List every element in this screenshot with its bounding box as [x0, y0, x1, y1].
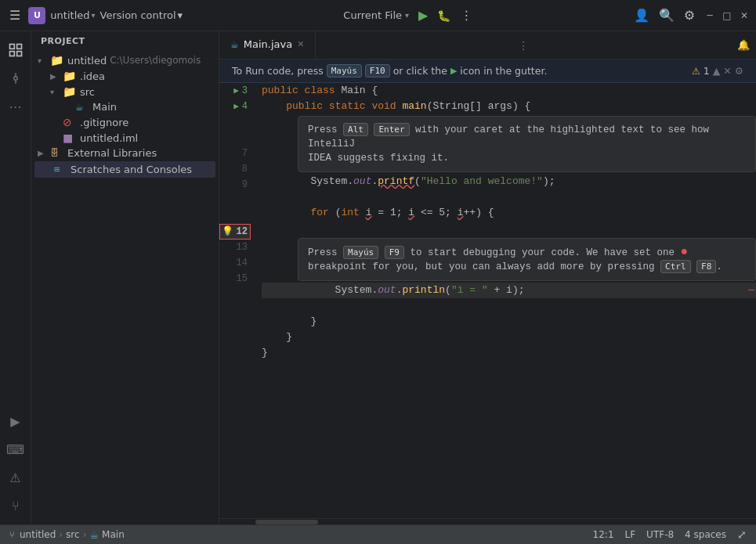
- tree-item-ext-libs[interactable]: ▶ 🗄 External Libraries: [31, 146, 219, 160]
- banner-right: ⚠ 1 ▲ ✕ ⚙: [692, 65, 743, 77]
- activity-more[interactable]: ⋯: [3, 94, 28, 119]
- tree-label-ext-libs: External Libraries: [67, 147, 157, 159]
- current-file-chevron-icon: ▾: [405, 11, 409, 20]
- vcs-icon[interactable]: ⑂: [9, 530, 15, 540]
- svg-point-4: [13, 77, 17, 81]
- banner-close-icon[interactable]: ✕: [723, 65, 731, 77]
- tree-item-idea[interactable]: ▶ 📁 .idea: [31, 68, 219, 84]
- code-editor[interactable]: ▶ 3 ▶ 4 7 8 9 💡 12 13: [219, 83, 756, 518]
- banner-text-2: or click the: [393, 65, 447, 77]
- window-controls: ─ □ ✕: [704, 10, 750, 21]
- status-bar: ⑂ untitled › src › ☕ Main 12:1 LF UTF-8 …: [0, 524, 756, 544]
- main-layout: ⋯ ▶ ⌨ ⚠ ⑂ Project ▾ 📁 untitled C:\Users\…: [0, 31, 756, 524]
- maximize-button[interactable]: □: [722, 10, 732, 21]
- activity-run[interactable]: ▶: [3, 409, 28, 434]
- tab-main-java[interactable]: ☕ Main.java ✕: [219, 31, 316, 59]
- banner-run-arrow-icon: ▶: [450, 66, 457, 76]
- activity-terminal[interactable]: ⌨: [3, 437, 28, 462]
- minus-decoration: —: [748, 283, 756, 298]
- tree-item-scratches[interactable]: ▶ ≡ Scratches and Consoles: [34, 161, 215, 178]
- gutter-line-5: [219, 114, 251, 130]
- gutter-line-6: [219, 130, 251, 146]
- expand-icon[interactable]: ⤢: [737, 528, 747, 541]
- file-tree: ▾ 📁 untitled C:\Users\diegomois ▶ 📁 .ide…: [31, 51, 219, 180]
- code-line-14: }: [262, 314, 756, 330]
- code-line-15: }: [262, 330, 756, 345]
- gutter: ▶ 3 ▶ 4 7 8 9 💡 12 13: [219, 83, 255, 518]
- tree-path-untitled: C:\Users\diegomois: [110, 55, 201, 66]
- scratches-icon: ≡: [53, 164, 67, 175]
- minimize-button[interactable]: ─: [704, 10, 715, 21]
- tree-label-untitled: untitled: [67, 55, 107, 67]
- run-icon-line4[interactable]: ▶: [233, 99, 239, 114]
- version-control-label: Version control: [100, 9, 176, 21]
- tree-label-src: src: [80, 86, 95, 98]
- tree-item-untitled-root[interactable]: ▾ 📁 untitled C:\Users\diegomois: [31, 52, 219, 68]
- tree-item-gitignore[interactable]: ▶ ⊘ .gitignore: [31, 114, 219, 130]
- gutter-line-4: ▶ 4: [219, 99, 251, 114]
- sidebar: Project ▾ 📁 untitled C:\Users\diegomois …: [31, 31, 219, 524]
- lightbulb-icon[interactable]: 💡: [222, 224, 233, 240]
- activity-git[interactable]: ⑂: [3, 493, 28, 518]
- banner-expand-icon[interactable]: ▲: [713, 65, 721, 77]
- activity-explorer[interactable]: [3, 38, 28, 63]
- status-indent[interactable]: 4 spaces: [685, 529, 726, 540]
- version-control-btn[interactable]: Version control ▾: [100, 9, 183, 21]
- tooltip1-alt-kbd: Alt: [343, 123, 368, 136]
- title-bar: ☰ U untitled ▾ Version control ▾ Current…: [0, 0, 756, 31]
- gitignore-icon: ⊘: [63, 116, 77, 128]
- status-line-ending[interactable]: LF: [625, 529, 636, 540]
- svg-rect-1: [16, 45, 21, 49]
- gutter-line-8: 8: [219, 161, 251, 177]
- tree-item-src[interactable]: ▾ 📁 src: [31, 84, 219, 99]
- tree-label-iml: untitled.iml: [80, 132, 138, 144]
- tree-item-main[interactable]: ▶ ☕ Main: [31, 99, 219, 114]
- run-icon-line3[interactable]: ▶: [233, 83, 239, 99]
- tree-label-gitignore: .gitignore: [80, 117, 128, 128]
- tab-close-main-java[interactable]: ✕: [297, 39, 304, 49]
- code-content[interactable]: public class Main { public static void m…: [255, 83, 756, 518]
- tooltip2-f9-kbd: F9: [385, 246, 404, 259]
- activity-bar: ⋯ ▶ ⌨ ⚠ ⑂: [0, 31, 31, 524]
- folder-icon-src: 📁: [63, 85, 77, 98]
- code-line-9: for (int i = 1; i <= 5; i++) {: [262, 205, 756, 221]
- project-name-btn[interactable]: untitled ▾: [50, 9, 95, 21]
- close-button[interactable]: ✕: [739, 10, 750, 21]
- settings-gear-icon[interactable]: ⚙: [735, 65, 743, 77]
- horizontal-scrollbar[interactable]: [219, 518, 756, 524]
- editor-top-actions: 🔔: [737, 31, 756, 59]
- activity-problems[interactable]: ⚠: [3, 465, 28, 490]
- version-control-chevron-icon: ▾: [178, 9, 183, 21]
- status-encoding[interactable]: UTF-8: [646, 529, 674, 540]
- notifications-icon[interactable]: 🔔: [737, 39, 750, 51]
- title-center: Current File ▾ ▶ 🐛 ⋮: [189, 8, 628, 23]
- folder-icon-untitled: 📁: [50, 54, 64, 67]
- tree-label-main: Main: [92, 101, 117, 113]
- status-sep-1: ›: [59, 529, 63, 540]
- tooltip1-enter-kbd: Enter: [374, 123, 409, 136]
- activity-commit[interactable]: [3, 66, 28, 91]
- status-position[interactable]: 12:1: [593, 529, 614, 540]
- search-icon[interactable]: 🔍: [659, 8, 675, 23]
- settings-icon[interactable]: ⚙: [684, 8, 695, 23]
- status-main: Main: [102, 529, 125, 540]
- run-icon[interactable]: ▶: [418, 8, 428, 23]
- tree-item-iml[interactable]: ▶ ■ untitled.iml: [31, 130, 219, 146]
- gutter-line-7: 7: [219, 146, 251, 161]
- gutter-line-10: [219, 193, 251, 208]
- hamburger-icon[interactable]: ☰: [6, 5, 24, 26]
- tooltip2-f8-kbd: F8: [696, 260, 716, 273]
- user-icon[interactable]: 👤: [634, 8, 649, 23]
- warning-icon: ⚠: [692, 66, 700, 77]
- banner-text-1: To Run code, press: [232, 65, 324, 77]
- tree-label-idea: .idea: [80, 70, 105, 82]
- debug-icon[interactable]: 🐛: [437, 9, 450, 22]
- current-file-btn[interactable]: Current File ▾: [343, 9, 409, 21]
- tab-more-icon[interactable]: ⋮: [515, 36, 532, 55]
- svg-rect-2: [16, 52, 21, 56]
- more-actions-icon[interactable]: ⋮: [460, 8, 472, 23]
- banner-kbd-f10: F10: [365, 64, 390, 77]
- gutter-line-15: 15: [219, 271, 251, 286]
- title-bar-left: ☰ U untitled ▾ Version control ▾: [6, 5, 183, 26]
- current-file-label: Current File: [343, 9, 402, 21]
